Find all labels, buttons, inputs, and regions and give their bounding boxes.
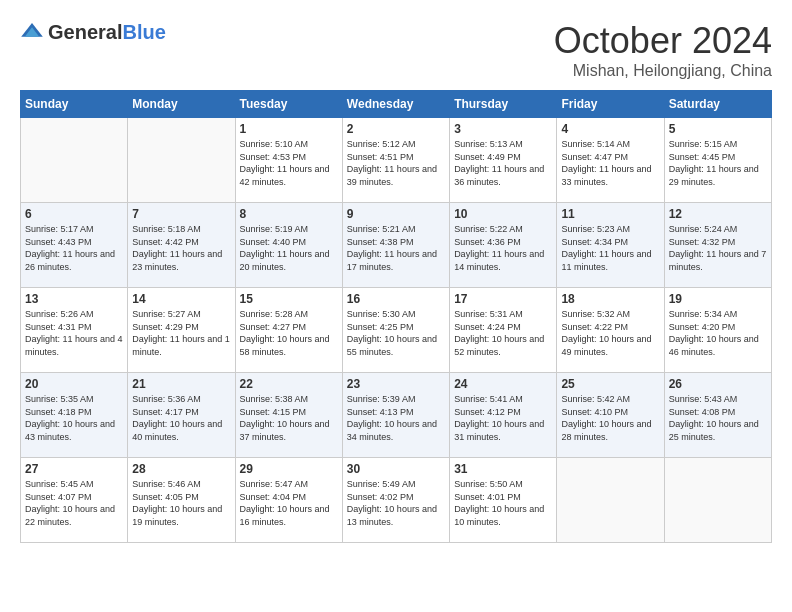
day-number: 23 [347,377,445,391]
header-monday: Monday [128,91,235,118]
day-detail: Sunrise: 5:35 AM Sunset: 4:18 PM Dayligh… [25,393,123,443]
day-detail: Sunrise: 5:28 AM Sunset: 4:27 PM Dayligh… [240,308,338,358]
day-detail: Sunrise: 5:31 AM Sunset: 4:24 PM Dayligh… [454,308,552,358]
day-detail: Sunrise: 5:22 AM Sunset: 4:36 PM Dayligh… [454,223,552,273]
calendar-cell: 9Sunrise: 5:21 AM Sunset: 4:38 PM Daylig… [342,203,449,288]
calendar-cell: 8Sunrise: 5:19 AM Sunset: 4:40 PM Daylig… [235,203,342,288]
calendar-cell: 29Sunrise: 5:47 AM Sunset: 4:04 PM Dayli… [235,458,342,543]
day-detail: Sunrise: 5:13 AM Sunset: 4:49 PM Dayligh… [454,138,552,188]
day-number: 6 [25,207,123,221]
calendar-cell: 26Sunrise: 5:43 AM Sunset: 4:08 PM Dayli… [664,373,771,458]
day-number: 16 [347,292,445,306]
header-saturday: Saturday [664,91,771,118]
calendar-week-row: 27Sunrise: 5:45 AM Sunset: 4:07 PM Dayli… [21,458,772,543]
calendar-week-row: 20Sunrise: 5:35 AM Sunset: 4:18 PM Dayli… [21,373,772,458]
calendar-cell [664,458,771,543]
day-detail: Sunrise: 5:21 AM Sunset: 4:38 PM Dayligh… [347,223,445,273]
day-detail: Sunrise: 5:19 AM Sunset: 4:40 PM Dayligh… [240,223,338,273]
calendar-cell [557,458,664,543]
calendar-cell: 19Sunrise: 5:34 AM Sunset: 4:20 PM Dayli… [664,288,771,373]
day-detail: Sunrise: 5:32 AM Sunset: 4:22 PM Dayligh… [561,308,659,358]
day-detail: Sunrise: 5:41 AM Sunset: 4:12 PM Dayligh… [454,393,552,443]
calendar-cell [21,118,128,203]
calendar-table: SundayMondayTuesdayWednesdayThursdayFrid… [20,90,772,543]
calendar-cell: 30Sunrise: 5:49 AM Sunset: 4:02 PM Dayli… [342,458,449,543]
day-number: 27 [25,462,123,476]
calendar-cell: 23Sunrise: 5:39 AM Sunset: 4:13 PM Dayli… [342,373,449,458]
calendar-cell: 28Sunrise: 5:46 AM Sunset: 4:05 PM Dayli… [128,458,235,543]
day-number: 13 [25,292,123,306]
day-detail: Sunrise: 5:15 AM Sunset: 4:45 PM Dayligh… [669,138,767,188]
logo-general-text: General [48,21,122,43]
day-number: 19 [669,292,767,306]
logo: GeneralBlue [20,20,166,44]
calendar-week-row: 6Sunrise: 5:17 AM Sunset: 4:43 PM Daylig… [21,203,772,288]
day-number: 2 [347,122,445,136]
day-detail: Sunrise: 5:27 AM Sunset: 4:29 PM Dayligh… [132,308,230,358]
day-number: 30 [347,462,445,476]
day-detail: Sunrise: 5:50 AM Sunset: 4:01 PM Dayligh… [454,478,552,528]
calendar-cell: 18Sunrise: 5:32 AM Sunset: 4:22 PM Dayli… [557,288,664,373]
calendar-cell: 31Sunrise: 5:50 AM Sunset: 4:01 PM Dayli… [450,458,557,543]
calendar-header-row: SundayMondayTuesdayWednesdayThursdayFrid… [21,91,772,118]
day-number: 9 [347,207,445,221]
day-detail: Sunrise: 5:34 AM Sunset: 4:20 PM Dayligh… [669,308,767,358]
day-detail: Sunrise: 5:23 AM Sunset: 4:34 PM Dayligh… [561,223,659,273]
logo-icon [20,20,44,44]
day-detail: Sunrise: 5:36 AM Sunset: 4:17 PM Dayligh… [132,393,230,443]
location-title: Mishan, Heilongjiang, China [554,62,772,80]
day-detail: Sunrise: 5:14 AM Sunset: 4:47 PM Dayligh… [561,138,659,188]
day-detail: Sunrise: 5:43 AM Sunset: 4:08 PM Dayligh… [669,393,767,443]
calendar-cell: 13Sunrise: 5:26 AM Sunset: 4:31 PM Dayli… [21,288,128,373]
calendar-cell: 14Sunrise: 5:27 AM Sunset: 4:29 PM Dayli… [128,288,235,373]
calendar-cell: 22Sunrise: 5:38 AM Sunset: 4:15 PM Dayli… [235,373,342,458]
calendar-cell: 2Sunrise: 5:12 AM Sunset: 4:51 PM Daylig… [342,118,449,203]
day-detail: Sunrise: 5:42 AM Sunset: 4:10 PM Dayligh… [561,393,659,443]
day-number: 21 [132,377,230,391]
day-number: 20 [25,377,123,391]
day-detail: Sunrise: 5:38 AM Sunset: 4:15 PM Dayligh… [240,393,338,443]
month-title: October 2024 [554,20,772,62]
title-block: October 2024 Mishan, Heilongjiang, China [554,20,772,80]
header-tuesday: Tuesday [235,91,342,118]
day-detail: Sunrise: 5:18 AM Sunset: 4:42 PM Dayligh… [132,223,230,273]
calendar-cell: 24Sunrise: 5:41 AM Sunset: 4:12 PM Dayli… [450,373,557,458]
header-friday: Friday [557,91,664,118]
calendar-cell: 25Sunrise: 5:42 AM Sunset: 4:10 PM Dayli… [557,373,664,458]
header-sunday: Sunday [21,91,128,118]
day-number: 17 [454,292,552,306]
day-number: 7 [132,207,230,221]
day-number: 11 [561,207,659,221]
day-detail: Sunrise: 5:12 AM Sunset: 4:51 PM Dayligh… [347,138,445,188]
day-number: 5 [669,122,767,136]
calendar-cell: 21Sunrise: 5:36 AM Sunset: 4:17 PM Dayli… [128,373,235,458]
calendar-cell: 3Sunrise: 5:13 AM Sunset: 4:49 PM Daylig… [450,118,557,203]
day-number: 15 [240,292,338,306]
day-number: 28 [132,462,230,476]
logo-blue-text: Blue [122,21,165,43]
day-number: 29 [240,462,338,476]
calendar-cell: 12Sunrise: 5:24 AM Sunset: 4:32 PM Dayli… [664,203,771,288]
day-detail: Sunrise: 5:39 AM Sunset: 4:13 PM Dayligh… [347,393,445,443]
calendar-cell: 4Sunrise: 5:14 AM Sunset: 4:47 PM Daylig… [557,118,664,203]
calendar-cell: 10Sunrise: 5:22 AM Sunset: 4:36 PM Dayli… [450,203,557,288]
day-number: 26 [669,377,767,391]
day-detail: Sunrise: 5:30 AM Sunset: 4:25 PM Dayligh… [347,308,445,358]
calendar-week-row: 13Sunrise: 5:26 AM Sunset: 4:31 PM Dayli… [21,288,772,373]
calendar-cell: 20Sunrise: 5:35 AM Sunset: 4:18 PM Dayli… [21,373,128,458]
day-number: 24 [454,377,552,391]
day-detail: Sunrise: 5:45 AM Sunset: 4:07 PM Dayligh… [25,478,123,528]
day-number: 1 [240,122,338,136]
day-detail: Sunrise: 5:24 AM Sunset: 4:32 PM Dayligh… [669,223,767,273]
day-detail: Sunrise: 5:49 AM Sunset: 4:02 PM Dayligh… [347,478,445,528]
day-number: 18 [561,292,659,306]
calendar-cell: 7Sunrise: 5:18 AM Sunset: 4:42 PM Daylig… [128,203,235,288]
page-header: GeneralBlue October 2024 Mishan, Heilong… [20,20,772,80]
calendar-week-row: 1Sunrise: 5:10 AM Sunset: 4:53 PM Daylig… [21,118,772,203]
calendar-cell: 5Sunrise: 5:15 AM Sunset: 4:45 PM Daylig… [664,118,771,203]
day-number: 8 [240,207,338,221]
calendar-cell: 15Sunrise: 5:28 AM Sunset: 4:27 PM Dayli… [235,288,342,373]
calendar-cell: 27Sunrise: 5:45 AM Sunset: 4:07 PM Dayli… [21,458,128,543]
day-number: 31 [454,462,552,476]
day-detail: Sunrise: 5:17 AM Sunset: 4:43 PM Dayligh… [25,223,123,273]
